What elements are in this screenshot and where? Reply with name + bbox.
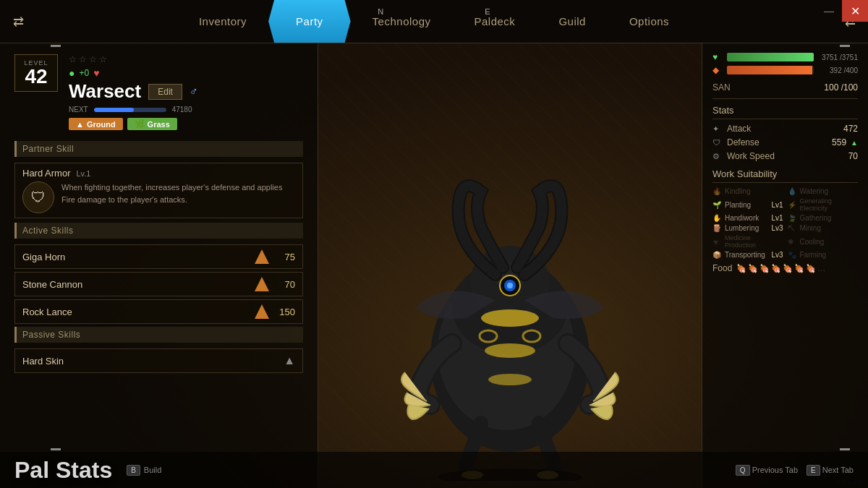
right-panel: ♥ 3751 /3751 ◆ 392 /400 SAN 100 /100 Sta…: [702, 43, 868, 488]
main-content: LEVEL 42 ☆ ☆ ☆ ☆ ● +0 ♥ Warsect Edit: [0, 43, 868, 488]
san-value: 100 /100: [824, 82, 858, 93]
partner-skill-icon: 🛡: [22, 181, 54, 213]
type-badges: ▲ Ground 🌿 Grass: [69, 118, 303, 130]
center-panel: [318, 43, 702, 488]
stat-attack: ✦ Attack 472: [712, 124, 858, 134]
active-skills-header: Active Skills: [14, 223, 303, 239]
stat-defense: 🛡 Defense 559 ▲: [712, 137, 858, 147]
edit-button[interactable]: Edit: [148, 84, 182, 100]
tab-paldeck[interactable]: Paldeck: [453, 0, 537, 43]
food-dot-3: 🍖: [760, 264, 770, 273]
hp-orb-icon: ●: [69, 67, 75, 79]
nav-tabs: Inventory Party Technology Paldeck Guild…: [36, 0, 832, 43]
attack-label: Attack: [727, 124, 839, 134]
defense-up-icon: ▲: [851, 139, 858, 147]
food-label: Food: [712, 263, 732, 273]
hp-value: 3751 /3751: [818, 53, 858, 61]
svg-point-8: [507, 283, 513, 288]
tab-inventory[interactable]: Inventory: [177, 0, 268, 43]
skill-row-giga-horn: Giga Horn 75: [14, 244, 303, 269]
star-2: ☆: [79, 54, 87, 64]
passive-skill-name: Hard Skin: [22, 356, 276, 367]
lumbering-icon: 🪵: [712, 224, 723, 232]
partner-skill-description: When fighting together, increases player…: [61, 181, 282, 205]
skill-name-giga-horn: Giga Horn: [22, 252, 255, 262]
skill-power-rock-lance: 150: [273, 307, 295, 317]
work-electricity: ⚡ Generating Electricity: [788, 197, 859, 212]
work-grid: 🔥 Kindling 💧 Watering 🌱 Planting Lv1 ⚡ G…: [712, 187, 858, 259]
work-medicine: ☣ Medicine Production: [712, 234, 783, 249]
attack-value: 472: [843, 124, 858, 134]
tab-party[interactable]: Party: [268, 0, 351, 43]
handiwork-label: Handiwork: [725, 214, 769, 222]
work-cooling: ❄ Cooling: [788, 234, 859, 249]
watering-label: Watering: [800, 187, 859, 195]
handiwork-level: Lv1: [771, 214, 783, 222]
tab-technology[interactable]: Technology: [351, 0, 453, 43]
work-gathering: 🍃 Gathering: [788, 214, 859, 222]
next-tab-hint: E Next Tab: [807, 466, 854, 474]
planting-label: Planting: [725, 201, 769, 209]
stat-bars: ♥ 3751 /3751 ◆ 392 /400: [712, 52, 858, 75]
lumbering-label: Lumbering: [725, 224, 769, 232]
build-label: Build: [144, 466, 161, 474]
kindling-label: Kindling: [725, 187, 783, 195]
next-key: E: [807, 465, 820, 476]
hp-track: [727, 53, 814, 61]
partner-skill-desc: 🛡 When fighting together, increases play…: [22, 181, 295, 213]
svg-point-4: [481, 309, 539, 327]
stam-icon: ◆: [712, 65, 723, 75]
star-4: ☆: [99, 54, 107, 64]
food-row: Food 🍖 🍖 🍖 🍖 🍖 🍖 🍖 …: [712, 263, 858, 273]
attack-icon: ✦: [712, 124, 723, 134]
san-label: SAN: [712, 82, 731, 93]
work-speed-icon: ⚙: [712, 152, 723, 161]
level-box: LEVEL 42: [14, 54, 58, 92]
watering-icon: 💧: [788, 187, 798, 195]
hp-plus: +0: [79, 68, 89, 78]
medicine-label: Medicine Production: [725, 234, 783, 249]
hp-bar-row: ♥ 3751 /3751: [712, 52, 858, 62]
page-title: Pal Stats: [14, 457, 112, 484]
xp-bar: [94, 108, 166, 112]
gathering-icon: 🍃: [788, 214, 798, 222]
handiwork-icon: ✋: [712, 214, 723, 222]
nav-arrow-left[interactable]: ⇄: [0, 0, 36, 43]
passive-skills-header: Passive Skills: [14, 327, 303, 343]
xp-number: 47180: [172, 106, 192, 114]
skill-type-stone-icon: [255, 277, 269, 291]
tab-guild[interactable]: Guild: [537, 0, 608, 43]
farming-label: Farming: [800, 251, 859, 259]
level-number: 42: [22, 67, 50, 87]
minimize-bar-bottom-right: [840, 448, 850, 450]
skill-row-stone-cannon: Stone Cannon 70: [14, 272, 303, 296]
hp-icon: ♥: [712, 52, 723, 62]
skill-power-stone-cannon: 70: [273, 279, 295, 290]
san-row: SAN 100 /100: [712, 82, 858, 99]
grass-label: Grass: [148, 120, 170, 129]
electricity-label: Generating Electricity: [800, 197, 859, 212]
skill-row-rock-lance: Rock Lance 150: [14, 299, 303, 324]
skill-name-stone-cannon: Stone Cannon: [22, 279, 255, 290]
compass-e: E: [485, 7, 490, 16]
skill-name-rock-lance: Rock Lance: [22, 307, 255, 317]
passive-skill-box: Hard Skin ▲: [14, 348, 303, 373]
build-hint: B Build: [127, 465, 161, 476]
left-panel: LEVEL 42 ☆ ☆ ☆ ☆ ● +0 ♥ Warsect Edit: [0, 43, 318, 488]
work-handiwork: ✋ Handiwork Lv1: [712, 214, 783, 222]
work-mining: ⛏ Mining: [788, 224, 859, 232]
close-button[interactable]: ✕: [842, 0, 868, 22]
ground-icon: ▲: [76, 120, 84, 129]
pal-name-row: Warsect Edit ♂: [69, 80, 303, 103]
next-label: Next Tab: [822, 466, 854, 474]
compass: N E: [378, 7, 490, 16]
tab-options[interactable]: Options: [608, 0, 691, 43]
food-icons: 🍖 🍖 🍖 🍖 🍖 🍖 🍖 …: [736, 264, 825, 273]
cooling-icon: ❄: [788, 238, 798, 246]
defense-value: 559: [832, 137, 846, 147]
work-transporting: 📦 Transporting Lv3: [712, 251, 783, 259]
transporting-level: Lv3: [771, 251, 783, 259]
bottom-bar: Pal Stats B Build Q Previous Tab E Next …: [0, 452, 868, 488]
xp-fill: [94, 108, 134, 112]
minimize-button[interactable]: —: [816, 0, 842, 22]
